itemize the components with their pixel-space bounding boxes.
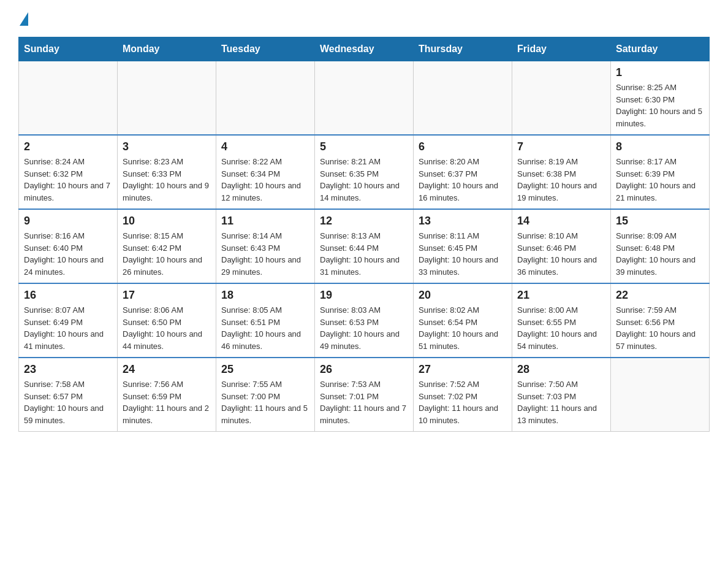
day-info: Sunrise: 7:59 AMSunset: 6:56 PMDaylight:…	[616, 304, 704, 352]
day-number: 15	[616, 215, 704, 228]
day-info: Sunrise: 8:16 AMSunset: 6:40 PMDaylight:…	[24, 230, 112, 278]
calendar-cell: 22Sunrise: 7:59 AMSunset: 6:56 PMDayligh…	[611, 283, 710, 358]
day-info: Sunrise: 8:23 AMSunset: 6:33 PMDaylight:…	[123, 156, 211, 204]
day-number: 8	[616, 140, 704, 153]
day-number: 24	[123, 363, 211, 376]
day-number: 7	[517, 140, 605, 153]
day-number: 14	[517, 215, 605, 228]
calendar-cell: 24Sunrise: 7:56 AMSunset: 6:59 PMDayligh…	[118, 358, 216, 432]
calendar-cell	[512, 61, 611, 136]
calendar-header-thursday: Thursday	[414, 37, 512, 61]
calendar-week-row: 1Sunrise: 8:25 AMSunset: 6:30 PMDaylight…	[19, 61, 710, 136]
day-number: 26	[320, 363, 408, 376]
day-info: Sunrise: 8:00 AMSunset: 6:55 PMDaylight:…	[517, 304, 605, 352]
page-header	[18, 12, 710, 27]
day-number: 13	[419, 215, 507, 228]
day-number: 22	[616, 289, 704, 302]
calendar-cell: 26Sunrise: 7:53 AMSunset: 7:01 PMDayligh…	[315, 358, 414, 432]
day-number: 5	[320, 140, 408, 153]
day-info: Sunrise: 8:06 AMSunset: 6:50 PMDaylight:…	[123, 304, 211, 352]
day-number: 16	[24, 289, 112, 302]
calendar-header-tuesday: Tuesday	[216, 37, 315, 61]
day-info: Sunrise: 7:56 AMSunset: 6:59 PMDaylight:…	[123, 378, 211, 426]
day-number: 28	[517, 363, 605, 376]
calendar-cell: 11Sunrise: 8:14 AMSunset: 6:43 PMDayligh…	[216, 209, 315, 283]
day-number: 9	[24, 215, 112, 228]
day-number: 10	[123, 215, 211, 228]
day-number: 25	[221, 363, 309, 376]
day-info: Sunrise: 8:11 AMSunset: 6:45 PMDaylight:…	[419, 230, 507, 278]
calendar-cell: 25Sunrise: 7:55 AMSunset: 7:00 PMDayligh…	[216, 358, 315, 432]
calendar-cell: 23Sunrise: 7:58 AMSunset: 6:57 PMDayligh…	[19, 358, 118, 432]
calendar-cell: 14Sunrise: 8:10 AMSunset: 6:46 PMDayligh…	[512, 209, 611, 283]
calendar-cell: 12Sunrise: 8:13 AMSunset: 6:44 PMDayligh…	[315, 209, 414, 283]
day-info: Sunrise: 7:58 AMSunset: 6:57 PMDaylight:…	[24, 378, 112, 426]
day-info: Sunrise: 7:50 AMSunset: 7:03 PMDaylight:…	[517, 378, 605, 426]
calendar-cell	[315, 61, 414, 136]
day-info: Sunrise: 8:25 AMSunset: 6:30 PMDaylight:…	[616, 82, 704, 129]
calendar-cell: 10Sunrise: 8:15 AMSunset: 6:42 PMDayligh…	[118, 209, 216, 283]
day-info: Sunrise: 8:17 AMSunset: 6:39 PMDaylight:…	[616, 156, 704, 204]
calendar-cell	[414, 61, 512, 136]
calendar-cell: 27Sunrise: 7:52 AMSunset: 7:02 PMDayligh…	[414, 358, 512, 432]
calendar-cell: 13Sunrise: 8:11 AMSunset: 6:45 PMDayligh…	[414, 209, 512, 283]
day-number: 23	[24, 363, 112, 376]
calendar-header-saturday: Saturday	[611, 37, 710, 61]
calendar-cell	[216, 61, 315, 136]
day-number: 11	[221, 215, 309, 228]
logo-triangle-icon	[20, 12, 28, 26]
calendar-cell	[611, 358, 710, 432]
calendar-header-wednesday: Wednesday	[315, 37, 414, 61]
day-info: Sunrise: 8:24 AMSunset: 6:32 PMDaylight:…	[24, 156, 112, 204]
day-info: Sunrise: 8:05 AMSunset: 6:51 PMDaylight:…	[221, 304, 309, 352]
day-info: Sunrise: 8:13 AMSunset: 6:44 PMDaylight:…	[320, 230, 408, 278]
day-info: Sunrise: 7:52 AMSunset: 7:02 PMDaylight:…	[419, 378, 507, 426]
day-info: Sunrise: 8:19 AMSunset: 6:38 PMDaylight:…	[517, 156, 605, 204]
day-info: Sunrise: 8:03 AMSunset: 6:53 PMDaylight:…	[320, 304, 408, 352]
day-number: 12	[320, 215, 408, 228]
calendar-cell: 9Sunrise: 8:16 AMSunset: 6:40 PMDaylight…	[19, 209, 118, 283]
calendar-cell: 16Sunrise: 8:07 AMSunset: 6:49 PMDayligh…	[19, 283, 118, 358]
calendar-header-row: SundayMondayTuesdayWednesdayThursdayFrid…	[19, 37, 710, 61]
calendar-cell: 8Sunrise: 8:17 AMSunset: 6:39 PMDaylight…	[611, 135, 710, 209]
calendar-cell: 19Sunrise: 8:03 AMSunset: 6:53 PMDayligh…	[315, 283, 414, 358]
calendar-cell: 1Sunrise: 8:25 AMSunset: 6:30 PMDaylight…	[611, 61, 710, 136]
calendar-week-row: 16Sunrise: 8:07 AMSunset: 6:49 PMDayligh…	[19, 283, 710, 358]
calendar-cell: 6Sunrise: 8:20 AMSunset: 6:37 PMDaylight…	[414, 135, 512, 209]
calendar-cell: 28Sunrise: 7:50 AMSunset: 7:03 PMDayligh…	[512, 358, 611, 432]
day-info: Sunrise: 7:53 AMSunset: 7:01 PMDaylight:…	[320, 378, 408, 426]
day-number: 27	[419, 363, 507, 376]
calendar-header-monday: Monday	[118, 37, 216, 61]
day-number: 19	[320, 289, 408, 302]
calendar-cell	[19, 61, 118, 136]
day-info: Sunrise: 8:10 AMSunset: 6:46 PMDaylight:…	[517, 230, 605, 278]
day-info: Sunrise: 8:22 AMSunset: 6:34 PMDaylight:…	[221, 156, 309, 204]
day-number: 18	[221, 289, 309, 302]
day-number: 21	[517, 289, 605, 302]
logo	[18, 12, 28, 27]
calendar-cell: 17Sunrise: 8:06 AMSunset: 6:50 PMDayligh…	[118, 283, 216, 358]
calendar-cell: 5Sunrise: 8:21 AMSunset: 6:35 PMDaylight…	[315, 135, 414, 209]
calendar-header-friday: Friday	[512, 37, 611, 61]
calendar-cell: 15Sunrise: 8:09 AMSunset: 6:48 PMDayligh…	[611, 209, 710, 283]
day-info: Sunrise: 8:15 AMSunset: 6:42 PMDaylight:…	[123, 230, 211, 278]
day-info: Sunrise: 8:21 AMSunset: 6:35 PMDaylight:…	[320, 156, 408, 204]
day-number: 3	[123, 140, 211, 153]
day-info: Sunrise: 8:07 AMSunset: 6:49 PMDaylight:…	[24, 304, 112, 352]
day-number: 20	[419, 289, 507, 302]
day-number: 17	[123, 289, 211, 302]
day-info: Sunrise: 8:14 AMSunset: 6:43 PMDaylight:…	[221, 230, 309, 278]
calendar-table: SundayMondayTuesdayWednesdayThursdayFrid…	[18, 37, 710, 432]
day-number: 4	[221, 140, 309, 153]
day-number: 2	[24, 140, 112, 153]
calendar-header-sunday: Sunday	[19, 37, 118, 61]
calendar-week-row: 23Sunrise: 7:58 AMSunset: 6:57 PMDayligh…	[19, 358, 710, 432]
day-number: 6	[419, 140, 507, 153]
calendar-cell: 21Sunrise: 8:00 AMSunset: 6:55 PMDayligh…	[512, 283, 611, 358]
day-number: 1	[616, 66, 704, 79]
day-info: Sunrise: 7:55 AMSunset: 7:00 PMDaylight:…	[221, 378, 309, 426]
calendar-cell: 7Sunrise: 8:19 AMSunset: 6:38 PMDaylight…	[512, 135, 611, 209]
calendar-week-row: 2Sunrise: 8:24 AMSunset: 6:32 PMDaylight…	[19, 135, 710, 209]
day-info: Sunrise: 8:02 AMSunset: 6:54 PMDaylight:…	[419, 304, 507, 352]
day-info: Sunrise: 8:20 AMSunset: 6:37 PMDaylight:…	[419, 156, 507, 204]
